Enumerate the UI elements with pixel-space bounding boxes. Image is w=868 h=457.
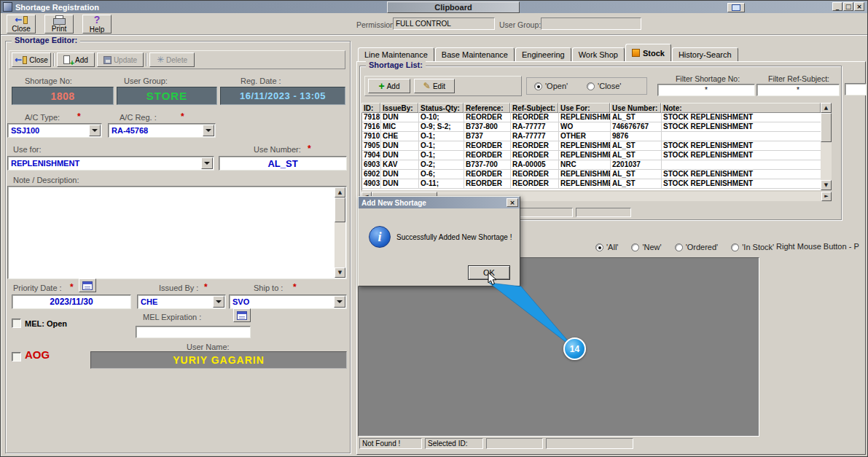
reg-date-label: Reg. Date : [241,77,281,85]
list-edit-button[interactable]: ✎ Edit [414,79,455,93]
use-number-input[interactable] [219,156,347,171]
ac-type-combo[interactable]: SSJ100 [7,123,102,138]
close-editor-icon: ← [15,55,27,64]
editor-delete-button[interactable]: ✳ Delete [149,52,195,67]
editor-close-label: Close [29,56,48,64]
table-cell: 7916 [362,122,381,132]
mel-open-checkbox[interactable] [12,319,21,328]
tab-work-shop[interactable]: Work Shop [572,47,625,61]
table-row[interactable]: 7905DUNO-1;REORDERREORDERREPLENISHMENTAL… [362,141,821,151]
column-header[interactable]: Note: [661,103,821,113]
scrollbar-thumb[interactable] [821,113,832,142]
list-add-button[interactable]: + Add [368,79,410,93]
dropdown-button[interactable] [201,157,213,169]
editor-add-button[interactable]: + Add [57,52,95,67]
shortage-no-value: 1808 [12,87,114,105]
clipboard-window-titlebar[interactable]: Clipboard [387,1,520,13]
table-row[interactable]: 6903KAVO-2;B737-700RA-00005NRC2201037 [362,160,821,170]
filter-ref-subject-input[interactable] [756,84,840,96]
mel-expiration-calendar-button[interactable] [233,308,251,322]
table-cell: OTHER [559,132,611,141]
radio-icon [534,82,542,90]
table-cell: O-10; [419,113,464,122]
dropdown-button[interactable] [334,296,345,308]
right-mouse-hint: Right Mouse Button - P [776,242,859,251]
minimize-button[interactable]: _ [832,2,842,11]
dialog-close-button[interactable]: × [507,198,518,207]
ok-button[interactable]: OK [468,265,510,280]
stock-filter-instock[interactable]: 'In Stock' [731,243,774,251]
column-header[interactable]: Ref-Subject: [510,103,558,113]
grid-vscrollbar[interactable]: ▲ ▼ [821,103,832,190]
priority-date-calendar-button[interactable] [79,278,96,292]
note-input[interactable]: ▲ ▼ [7,186,347,279]
titlebar-clipboard-button[interactable] [727,3,745,12]
print-button[interactable]: Print [44,15,74,34]
table-row[interactable]: 7918DUNO-10;REORDERREORDERREPLENISHMENTA… [362,113,821,122]
editor-update-button[interactable]: Update [97,52,144,67]
note-scrollbar[interactable]: ▲ ▼ [335,187,345,278]
tab-stock[interactable]: Stock [625,44,671,61]
column-header[interactable]: ID: [361,103,380,113]
column-header[interactable]: Use Number: [610,103,661,113]
column-header[interactable]: Use For: [558,103,610,113]
close-button[interactable]: ← Close [7,15,36,34]
ac-reg-value: RA-45768 [112,126,148,135]
restore-button[interactable]: □ [843,2,853,11]
dropdown-button[interactable] [89,125,101,136]
reg-date-text: 16/11/2023 - 13:05 [240,90,326,101]
tab-history-search[interactable]: History-Search [672,47,738,61]
mel-expiration-input[interactable] [136,326,251,338]
stock-filter-ordered[interactable]: 'Ordered' [675,243,719,251]
door-shape [23,56,27,64]
aog-checkbox[interactable] [12,352,21,362]
column-header[interactable]: IssueBy: [380,103,418,113]
table-cell: DUN [381,141,419,151]
tab-base-maintenance[interactable]: Base Maintenance [435,47,515,61]
calendar-icon [237,311,247,320]
radio-open[interactable]: 'Open' [534,82,568,90]
scroll-down-button[interactable]: ▼ [821,180,832,190]
help-button[interactable]: ? Help [82,15,112,34]
scrollbar-thumb[interactable] [335,198,345,222]
stock-filter-new[interactable]: 'New' [631,243,661,251]
issued-by-combo[interactable]: CHE [137,294,226,309]
use-for-combo[interactable]: REPLENISHMENT [7,156,214,171]
table-row[interactable]: 7916MICO-9; S-2;B737-800RA-77777WO746676… [362,122,821,132]
table-cell: REORDER [464,151,511,160]
scroll-right-button[interactable]: ► [821,192,832,201]
priority-date-input[interactable] [12,294,131,309]
table-cell: STOCK REPLENISHMENT [662,122,821,132]
tab-bar: Line MaintenanceBase MaintenanceEngineer… [358,44,739,61]
radio-close[interactable]: 'Close' [587,82,621,90]
print-button-label: Print [52,25,67,33]
table-row[interactable]: 7910CHEO-1;B737RA-77777OTHER9876 [362,132,821,141]
table-cell: 7918 [362,113,381,122]
permission-value-text: FULL CONTROL [396,20,451,28]
table-row[interactable]: 6902DUNO-6;REORDERREORDERREPLENISHMENTAL… [362,170,821,179]
tab-line-maintenance[interactable]: Line Maintenance [358,47,434,61]
dialog-titlebar[interactable]: Add New Shortage [359,197,520,208]
table-cell [662,160,821,170]
dropdown-button[interactable] [213,296,224,308]
table-cell: STOCK REPLENISHMENT [662,179,821,189]
editor-close-button[interactable]: ← Close [12,52,51,67]
scroll-up-button[interactable]: ▲ [335,187,345,198]
ship-to-combo[interactable]: SVO [229,294,347,309]
shortage-no-label: Shortage No: [25,77,72,85]
tab-engineering[interactable]: Engineering [515,47,571,61]
table-cell: DUN [381,170,419,179]
scroll-down-button[interactable]: ▼ [335,267,345,278]
dropdown-button[interactable] [203,125,214,136]
table-row[interactable]: 4903DUNO-11;REORDERREORDERREPLENISHMENTA… [362,179,821,189]
list-status-box [512,208,573,217]
window-close-button[interactable]: × [854,2,864,11]
column-header[interactable]: Status-Qty: [418,103,464,113]
ac-reg-combo[interactable]: RA-45768 [108,123,216,138]
filter-shortage-input[interactable] [657,84,755,96]
stock-filter-all[interactable]: 'All' [595,243,618,251]
column-header[interactable]: Reference: [464,103,510,113]
scroll-up-button[interactable]: ▲ [821,103,832,113]
filter-extra-input[interactable] [845,83,867,95]
table-row[interactable]: 7904DUNO-1;REORDERREORDERREPLENISHMENTAL… [362,151,821,160]
